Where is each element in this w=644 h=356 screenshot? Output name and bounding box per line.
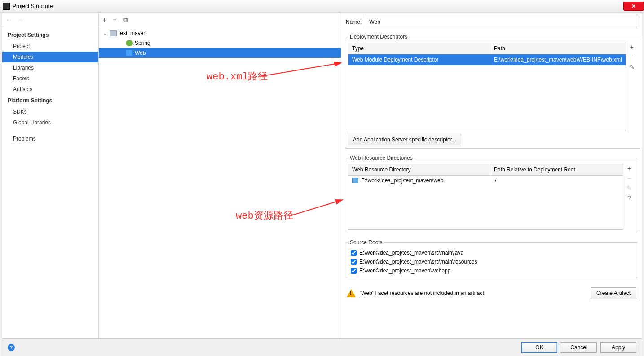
spring-icon [126, 40, 133, 46]
nav-modules[interactable]: Modules [2, 52, 98, 62]
cancel-button[interactable]: Cancel [561, 342, 597, 353]
tree-web-row[interactable]: Web [99, 48, 341, 58]
details-panel: Name: Deployment Descriptors Type Path W… [341, 13, 642, 338]
wrd-row-rel: / [495, 177, 619, 184]
wrd-row[interactable]: E:\work\idea_proj\test_maven\web / [348, 176, 623, 185]
dd-remove-icon[interactable]: − [630, 53, 634, 61]
src-item-1[interactable]: E:\work\idea_proj\test_maven\src\main\re… [348, 257, 635, 266]
src-check-0[interactable] [351, 250, 357, 256]
left-sidebar: ← → Project Settings Project Modules Lib… [2, 13, 99, 338]
folder-icon [110, 30, 117, 36]
close-button[interactable]: ✕ [623, 2, 644, 11]
dd-row-path: E:\work\idea_proj\test_maven\web\WEB-INF… [490, 54, 626, 65]
folder-icon [352, 178, 358, 183]
title-bar: Project Structure ✕ [0, 0, 644, 13]
dd-row-type: Web Module Deployment Descriptor [348, 54, 490, 65]
tree-root-label: test_maven [119, 30, 146, 36]
help-icon[interactable]: ? [8, 344, 15, 351]
window-title: Project Structure [13, 3, 53, 9]
nav-global-libraries[interactable]: Global Libraries [2, 117, 98, 128]
src-label-1: E:\work\idea_proj\test_maven\src\main\re… [359, 259, 477, 265]
copy-icon[interactable]: ⧉ [123, 16, 128, 24]
create-artifact-button[interactable]: Create Artifact [591, 287, 636, 299]
src-item-0[interactable]: E:\work\idea_proj\test_maven\src\main\ja… [348, 248, 635, 257]
remove-icon[interactable]: − [113, 16, 117, 23]
wrd-legend: Web Resource Directories [348, 155, 415, 161]
add-descriptor-button[interactable]: Add Application Server specific descript… [348, 134, 461, 145]
ok-button[interactable]: OK [521, 342, 557, 353]
nav-sdks[interactable]: SDKs [2, 106, 98, 117]
nav-problems[interactable]: Problems [2, 133, 98, 144]
tree-spring-row[interactable]: Spring [99, 38, 341, 48]
tree-toolbar: + − ⧉ [99, 13, 341, 26]
dd-legend: Deployment Descriptors [348, 34, 409, 40]
wrd-edit-icon[interactable]: ✎ [626, 185, 632, 192]
src-check-1[interactable] [351, 259, 357, 265]
name-input[interactable] [366, 17, 637, 27]
apply-button[interactable]: Apply [600, 342, 636, 353]
src-item-2[interactable]: E:\work\idea_proj\test_maven\webapp [348, 266, 635, 275]
sidebar-nav: ← → [2, 13, 98, 26]
section-platform-settings: Platform Settings [2, 95, 98, 106]
add-icon[interactable]: + [102, 16, 106, 23]
wrd-help-icon[interactable]: ? [627, 194, 631, 202]
src-label-0: E:\work\idea_proj\test_maven\src\main\ja… [359, 250, 463, 256]
wrd-col-dir: Web Resource Directory [348, 164, 490, 175]
web-resource-dirs-group: Web Resource Directories Web Resource Di… [346, 155, 637, 233]
forward-arrow-icon[interactable]: → [18, 16, 24, 23]
tree-web-label: Web [135, 50, 146, 56]
back-arrow-icon[interactable]: ← [6, 16, 12, 23]
name-label: Name: [346, 19, 362, 25]
app-icon [3, 3, 10, 10]
chevron-down-icon[interactable]: ⌄ [103, 31, 108, 36]
dd-col-path: Path [490, 43, 626, 54]
dd-add-icon[interactable]: + [630, 44, 634, 51]
dd-col-type: Type [348, 43, 490, 54]
source-roots-group: Source Roots E:\work\idea_proj\test_mave… [346, 239, 637, 278]
nav-artifacts[interactable]: Artifacts [2, 84, 98, 95]
section-project-settings: Project Settings [2, 29, 98, 41]
module-tree-panel: + − ⧉ ⌄ test_maven Spring Web [99, 13, 341, 338]
deployment-descriptors-group: Deployment Descriptors Type Path Web Mod… [346, 34, 640, 149]
nav-facets[interactable]: Facets [2, 73, 98, 84]
warning-text: 'Web' Facet resources are not included i… [360, 290, 484, 296]
warning-row: 'Web' Facet resources are not included i… [346, 285, 637, 302]
main-area: ← → Project Settings Project Modules Lib… [2, 13, 642, 339]
tree-spring-label: Spring [135, 40, 150, 46]
wrd-table: Web Resource Directory Path Relative to … [348, 164, 623, 230]
bottom-bar: ? OK Cancel Apply [2, 339, 642, 356]
dd-row[interactable]: Web Module Deployment Descriptor E:\work… [348, 54, 626, 65]
src-label-2: E:\work\idea_proj\test_maven\webapp [359, 268, 450, 274]
dd-table: Type Path Web Module Deployment Descript… [348, 43, 626, 131]
src-check-2[interactable] [351, 268, 357, 274]
wrd-row-dir: E:\work\idea_proj\test_maven\web [361, 177, 492, 184]
wrd-col-rel: Path Relative to Deployment Root [490, 164, 623, 175]
dd-edit-icon[interactable]: ✎ [629, 63, 635, 70]
tree-root-row[interactable]: ⌄ test_maven [99, 28, 341, 38]
src-legend: Source Roots [348, 239, 384, 246]
nav-libraries[interactable]: Libraries [2, 62, 98, 73]
wrd-remove-icon[interactable]: − [627, 175, 631, 182]
warning-icon [347, 289, 356, 297]
nav-project[interactable]: Project [2, 41, 98, 52]
wrd-add-icon[interactable]: + [627, 165, 631, 172]
web-icon [126, 50, 133, 56]
